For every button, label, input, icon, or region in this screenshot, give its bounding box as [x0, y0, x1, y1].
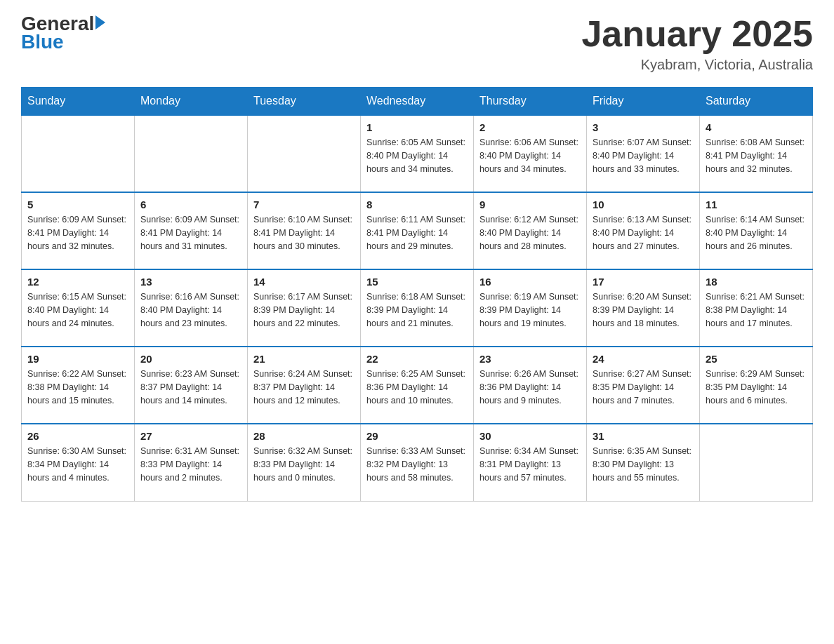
calendar-cell: 20Sunrise: 6:23 AM Sunset: 8:37 PM Dayli…: [135, 347, 248, 424]
day-number: 24: [593, 353, 694, 365]
calendar-cell: [22, 115, 135, 192]
calendar-cell: 10Sunrise: 6:13 AM Sunset: 8:40 PM Dayli…: [587, 192, 700, 269]
col-header-friday: Friday: [587, 88, 700, 116]
week-row-2: 5Sunrise: 6:09 AM Sunset: 8:41 PM Daylig…: [22, 192, 813, 269]
day-number: 1: [366, 121, 468, 133]
week-row-5: 26Sunrise: 6:30 AM Sunset: 8:34 PM Dayli…: [22, 424, 813, 501]
day-number: 13: [140, 276, 241, 288]
day-info: Sunrise: 6:18 AM Sunset: 8:39 PM Dayligh…: [366, 290, 468, 330]
calendar-cell: 9Sunrise: 6:12 AM Sunset: 8:40 PM Daylig…: [474, 192, 587, 269]
day-info: Sunrise: 6:23 AM Sunset: 8:37 PM Dayligh…: [140, 368, 241, 407]
col-header-saturday: Saturday: [700, 88, 813, 116]
calendar-cell: 18Sunrise: 6:21 AM Sunset: 8:38 PM Dayli…: [700, 269, 813, 347]
week-row-4: 19Sunrise: 6:22 AM Sunset: 8:38 PM Dayli…: [22, 347, 813, 424]
calendar-cell: 12Sunrise: 6:15 AM Sunset: 8:40 PM Dayli…: [22, 269, 135, 347]
day-info: Sunrise: 6:15 AM Sunset: 8:40 PM Dayligh…: [27, 290, 128, 330]
day-info: Sunrise: 6:06 AM Sunset: 8:40 PM Dayligh…: [479, 136, 581, 175]
calendar-cell: 31Sunrise: 6:35 AM Sunset: 8:30 PM Dayli…: [587, 424, 700, 501]
day-number: 10: [593, 199, 694, 210]
day-info: Sunrise: 6:31 AM Sunset: 8:33 PM Dayligh…: [140, 445, 241, 484]
day-number: 18: [706, 276, 807, 288]
calendar-cell: 27Sunrise: 6:31 AM Sunset: 8:33 PM Dayli…: [135, 424, 248, 501]
day-info: Sunrise: 6:09 AM Sunset: 8:41 PM Dayligh…: [140, 213, 241, 253]
calendar-cell: 17Sunrise: 6:20 AM Sunset: 8:39 PM Dayli…: [587, 269, 700, 347]
day-number: 27: [140, 430, 241, 442]
day-info: Sunrise: 6:26 AM Sunset: 8:36 PM Dayligh…: [479, 368, 581, 407]
day-number: 12: [27, 276, 128, 288]
day-number: 23: [479, 353, 581, 365]
calendar-cell: 7Sunrise: 6:10 AM Sunset: 8:41 PM Daylig…: [248, 192, 361, 269]
calendar-cell: 30Sunrise: 6:34 AM Sunset: 8:31 PM Dayli…: [474, 424, 587, 501]
calendar-cell: 14Sunrise: 6:17 AM Sunset: 8:39 PM Dayli…: [248, 269, 361, 347]
day-info: Sunrise: 6:29 AM Sunset: 8:35 PM Dayligh…: [706, 368, 807, 407]
calendar-cell: 22Sunrise: 6:25 AM Sunset: 8:36 PM Dayli…: [361, 347, 474, 424]
calendar-cell: 13Sunrise: 6:16 AM Sunset: 8:40 PM Dayli…: [135, 269, 248, 347]
day-info: Sunrise: 6:12 AM Sunset: 8:40 PM Dayligh…: [479, 213, 581, 253]
day-number: 21: [253, 353, 355, 365]
day-number: 22: [366, 353, 468, 365]
day-number: 4: [706, 121, 807, 133]
calendar-cell: 29Sunrise: 6:33 AM Sunset: 8:32 PM Dayli…: [361, 424, 474, 501]
day-info: Sunrise: 6:35 AM Sunset: 8:30 PM Dayligh…: [593, 445, 694, 484]
week-row-3: 12Sunrise: 6:15 AM Sunset: 8:40 PM Dayli…: [22, 269, 813, 347]
day-number: 3: [593, 121, 694, 133]
day-info: Sunrise: 6:19 AM Sunset: 8:39 PM Dayligh…: [479, 290, 581, 330]
day-info: Sunrise: 6:14 AM Sunset: 8:40 PM Dayligh…: [706, 213, 807, 253]
day-info: Sunrise: 6:27 AM Sunset: 8:35 PM Dayligh…: [593, 368, 694, 407]
day-info: Sunrise: 6:33 AM Sunset: 8:32 PM Dayligh…: [366, 445, 468, 484]
calendar-cell: 19Sunrise: 6:22 AM Sunset: 8:38 PM Dayli…: [22, 347, 135, 424]
day-number: 5: [27, 199, 128, 210]
day-info: Sunrise: 6:16 AM Sunset: 8:40 PM Dayligh…: [140, 290, 241, 330]
calendar-cell: 26Sunrise: 6:30 AM Sunset: 8:34 PM Dayli…: [22, 424, 135, 501]
location-subtitle: Kyabram, Victoria, Australia: [581, 57, 813, 73]
calendar-cell: 1Sunrise: 6:05 AM Sunset: 8:40 PM Daylig…: [361, 115, 474, 192]
day-number: 19: [27, 353, 128, 365]
day-number: 14: [253, 276, 355, 288]
day-number: 31: [593, 430, 694, 442]
col-header-sunday: Sunday: [22, 88, 135, 116]
day-info: Sunrise: 6:17 AM Sunset: 8:39 PM Dayligh…: [253, 290, 355, 330]
day-info: Sunrise: 6:05 AM Sunset: 8:40 PM Dayligh…: [366, 136, 468, 175]
calendar-cell: [248, 115, 361, 192]
day-number: 2: [479, 121, 581, 133]
calendar-cell: 11Sunrise: 6:14 AM Sunset: 8:40 PM Dayli…: [700, 192, 813, 269]
calendar-cell: 23Sunrise: 6:26 AM Sunset: 8:36 PM Dayli…: [474, 347, 587, 424]
logo: General Blue: [21, 14, 105, 53]
calendar-cell: 25Sunrise: 6:29 AM Sunset: 8:35 PM Dayli…: [700, 347, 813, 424]
col-header-wednesday: Wednesday: [361, 88, 474, 116]
calendar-cell: 3Sunrise: 6:07 AM Sunset: 8:40 PM Daylig…: [587, 115, 700, 192]
calendar-cell: [700, 424, 813, 501]
title-section: January 2025 Kyabram, Victoria, Australi…: [581, 14, 813, 73]
day-number: 11: [706, 199, 807, 210]
day-info: Sunrise: 6:07 AM Sunset: 8:40 PM Dayligh…: [593, 136, 694, 175]
day-number: 26: [27, 430, 128, 442]
day-number: 7: [253, 199, 355, 210]
calendar-cell: 5Sunrise: 6:09 AM Sunset: 8:41 PM Daylig…: [22, 192, 135, 269]
day-info: Sunrise: 6:10 AM Sunset: 8:41 PM Dayligh…: [253, 213, 355, 253]
calendar-cell: 24Sunrise: 6:27 AM Sunset: 8:35 PM Dayli…: [587, 347, 700, 424]
day-info: Sunrise: 6:25 AM Sunset: 8:36 PM Dayligh…: [366, 368, 468, 407]
col-header-tuesday: Tuesday: [248, 88, 361, 116]
calendar-cell: 21Sunrise: 6:24 AM Sunset: 8:37 PM Dayli…: [248, 347, 361, 424]
calendar-cell: 16Sunrise: 6:19 AM Sunset: 8:39 PM Dayli…: [474, 269, 587, 347]
calendar-cell: 15Sunrise: 6:18 AM Sunset: 8:39 PM Dayli…: [361, 269, 474, 347]
calendar-cell: 2Sunrise: 6:06 AM Sunset: 8:40 PM Daylig…: [474, 115, 587, 192]
month-title: January 2025: [581, 14, 813, 54]
day-number: 15: [366, 276, 468, 288]
col-header-thursday: Thursday: [474, 88, 587, 116]
day-number: 25: [706, 353, 807, 365]
day-number: 29: [366, 430, 468, 442]
day-info: Sunrise: 6:13 AM Sunset: 8:40 PM Dayligh…: [593, 213, 694, 253]
week-row-1: 1Sunrise: 6:05 AM Sunset: 8:40 PM Daylig…: [22, 115, 813, 192]
day-number: 28: [253, 430, 355, 442]
calendar-cell: 28Sunrise: 6:32 AM Sunset: 8:33 PM Dayli…: [248, 424, 361, 501]
logo-blue-text: Blue: [21, 31, 64, 53]
day-info: Sunrise: 6:24 AM Sunset: 8:37 PM Dayligh…: [253, 368, 355, 407]
day-info: Sunrise: 6:20 AM Sunset: 8:39 PM Dayligh…: [593, 290, 694, 330]
day-info: Sunrise: 6:09 AM Sunset: 8:41 PM Dayligh…: [27, 213, 128, 253]
page-header: General Blue January 2025 Kyabram, Victo…: [21, 14, 813, 73]
day-number: 30: [479, 430, 581, 442]
day-info: Sunrise: 6:30 AM Sunset: 8:34 PM Dayligh…: [27, 445, 128, 484]
day-info: Sunrise: 6:21 AM Sunset: 8:38 PM Dayligh…: [706, 290, 807, 330]
day-number: 17: [593, 276, 694, 288]
